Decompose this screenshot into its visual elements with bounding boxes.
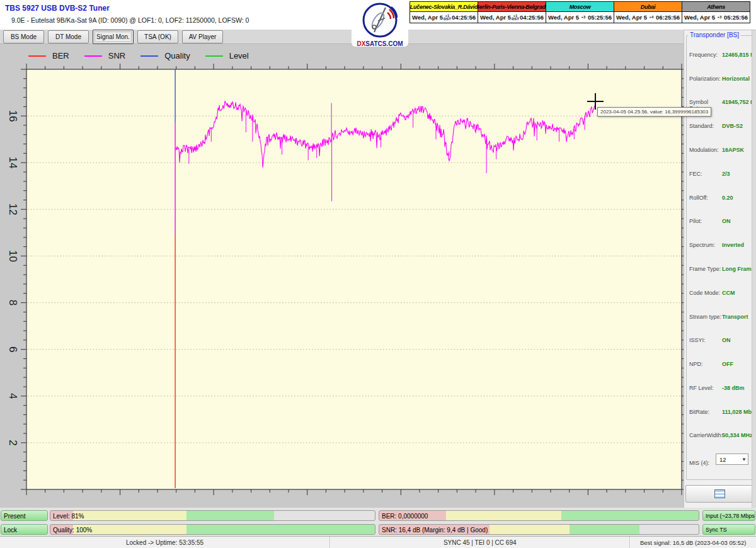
clock-hms: 04:25:56: [520, 14, 544, 21]
row-carrierwidth: CarrierWidth:50,334 MHz: [689, 432, 752, 438]
sync-ts-indicator: Sync TS: [702, 524, 755, 535]
legend-level: Level: [205, 51, 249, 60]
tab-av-player[interactable]: AV Player: [182, 30, 223, 43]
mis-dropdown[interactable]: 12 ▼: [716, 454, 748, 465]
mis-selected-value: 12: [719, 456, 726, 463]
statusbar-sync-counters: SYNC 45 | TEI 0 | CC 694: [329, 537, 629, 548]
svg-text:2: 2: [7, 440, 19, 445]
clock-city-label: Berlin-Paris-Vienna-Belgrade: [478, 1, 546, 12]
sidebar-scrollbar[interactable]: [752, 30, 756, 508]
chart-legend: BER SNR Quality Level: [28, 51, 249, 60]
row-stream-type: Stream type:Transport: [689, 314, 752, 320]
clock-tz: +3: [580, 16, 587, 19]
app-title: TBS 5927 USB DVB-S2 Tuner: [5, 4, 110, 13]
present-indicator: Present: [1, 510, 48, 521]
clock-hms: 05:25:56: [588, 14, 612, 21]
ber-gauge: BER: 0,0000000: [379, 510, 699, 521]
row-frame-type: Frame Type:Long Frame: [689, 266, 752, 272]
clock-city-label: Lučenec-Slovakia_R.Dávid: [410, 1, 478, 12]
clock-tz: +1DST: [444, 14, 451, 21]
clock-athens: Athens Wed, Apr 5 +3 05:25:56: [682, 1, 750, 23]
snr-gauge: SNR: 16,4 dB (Margin: 9,4 dB | Good): [379, 524, 699, 535]
satellite-subtitle: 9.0E - Eutelsat 9B/Ka-Sat 9A (ID: 0090) …: [11, 16, 249, 24]
statusbar: Locked -> Uptime: 53:35:55 SYNC 45 | TEI…: [0, 536, 756, 548]
dxsatcs-logo: DXSATCS.COM: [352, 1, 408, 47]
tab-dt-mode[interactable]: DT Mode: [48, 30, 89, 43]
clock-time: Wed, Apr 5 +4 06:25:56: [614, 12, 682, 23]
row-fec: FEC:2/3: [689, 171, 752, 177]
clock-hms: 05:25:56: [724, 14, 748, 21]
clock-dubai: Dubai Wed, Apr 5 +4 06:25:56: [614, 1, 682, 23]
clock-date: Wed, Apr 5: [548, 14, 579, 21]
clock-time: Wed, Apr 5 +1DST 04:25:56: [478, 12, 546, 23]
quality-gauge: Quality: 100%: [50, 524, 375, 535]
row-mis: MIS (4): 12 ▼: [689, 456, 752, 467]
row-rolloff: RollOff:0.20: [689, 195, 752, 201]
svg-text:12: 12: [7, 203, 19, 215]
svg-text:16: 16: [7, 110, 19, 122]
status-indicators: Present Level: 81% BER: 0,0000000 Input …: [0, 508, 756, 536]
lock-indicator: Lock: [1, 524, 48, 535]
clock-lucenec: Lučenec-Slovakia_R.Dávid Wed, Apr 5 +1DS…: [410, 1, 478, 23]
svg-text:8: 8: [7, 300, 19, 305]
row-standard: Standard:DVB-S2: [689, 123, 752, 129]
snr-line-swatch: [84, 55, 102, 57]
clock-date: Wed, Apr 5: [480, 14, 511, 21]
clock-time: Wed, Apr 5 +1DST 04:25:56: [410, 12, 478, 23]
transponder-group-title: Transponder [BS]: [688, 31, 741, 38]
svg-text:14: 14: [7, 157, 19, 169]
world-clocks: Lučenec-Slovakia_R.Dávid Wed, Apr 5 +1DS…: [410, 1, 750, 23]
clock-berlin: Berlin-Paris-Vienna-Belgrade Wed, Apr 5 …: [478, 1, 546, 23]
row-pilot: Pilot:ON: [689, 218, 752, 224]
clock-tz: +1DST: [512, 14, 519, 21]
chart-value-tooltip: 2023-04-05 04.25.56, value: 16,399999618…: [597, 107, 711, 117]
clock-time: Wed, Apr 5 +3 05:25:56: [546, 12, 614, 23]
row-code-mode: Code Mode:CCM: [689, 290, 752, 296]
row-bitrate: BitRate:111,028 Mbit/s: [689, 409, 752, 415]
quality-line-swatch: [140, 55, 158, 57]
clock-city-label: Athens: [682, 1, 750, 12]
clock-date: Wed, Apr 5: [684, 14, 715, 21]
clock-tz: +4: [648, 16, 655, 19]
transponder-sidebar: Transponder [BS] Frequency:12465,815 MHz…: [684, 30, 756, 508]
clock-city-label: Dubai: [614, 1, 682, 12]
satellite-dish-icon: [361, 1, 399, 39]
clock-hms: 06:25:56: [656, 14, 680, 21]
statusbar-best-signal: Best signal: 16,5 dB (2023-04-03 05:52): [629, 537, 756, 548]
row-polarization: Polarization:Horizontal: [689, 76, 752, 82]
signal-chart[interactable]: 246810121416: [0, 44, 684, 508]
row-rf-level: RF Level:-38 dBm: [689, 385, 752, 391]
clock-date: Wed, Apr 5: [616, 14, 647, 21]
clock-time: Wed, Apr 5 +3 05:25:56: [682, 12, 750, 23]
row-frequency: Frequency:12465,815 MHz: [689, 52, 752, 58]
legend-ber: BER: [28, 51, 69, 60]
svg-text:10: 10: [7, 250, 19, 262]
tab-signal-mon[interactable]: Signal Mon.: [93, 30, 134, 44]
list-icon: [714, 489, 725, 498]
clock-moscow: Moscow Wed, Apr 5 +3 05:25:56: [546, 1, 614, 23]
legend-quality: Quality: [140, 51, 190, 60]
row-npd: NPD:OFF: [689, 361, 752, 367]
stream-list-button[interactable]: [685, 485, 753, 503]
logo-text: DXSATCS.COM: [352, 40, 408, 47]
row-spectrum: Spectrum:Inverted: [689, 242, 752, 248]
svg-text:6: 6: [7, 346, 19, 352]
level-line-swatch: [205, 55, 223, 57]
level-gauge: Level: 81%: [50, 510, 375, 521]
legend-snr: SNR: [84, 51, 125, 60]
row-issyi: ISSYI:ON: [689, 337, 752, 343]
clock-date: Wed, Apr 5: [412, 14, 443, 21]
mode-tabbar: BS Mode DT Mode Signal Mon. TSA (OK) AV …: [0, 30, 684, 44]
tab-tsa[interactable]: TSA (OK): [137, 30, 178, 43]
statusbar-uptime: Locked -> Uptime: 53:35:55: [0, 537, 329, 548]
clock-hms: 04:25:56: [452, 14, 476, 21]
crosshair-cursor: [587, 101, 604, 102]
chevron-down-icon: ▼: [742, 457, 747, 462]
row-modulation: Modulation:16APSK: [689, 147, 752, 153]
signal-monitor-panel: 246810121416 BER SNR Quality Level: [0, 44, 684, 508]
svg-text:4: 4: [7, 393, 19, 399]
clock-tz: +3: [716, 16, 723, 19]
clock-city-label: Moscow: [546, 1, 614, 12]
input-indicator: Input (~23,78 Mbps): [702, 510, 755, 521]
tab-bs-mode[interactable]: BS Mode: [3, 30, 44, 43]
